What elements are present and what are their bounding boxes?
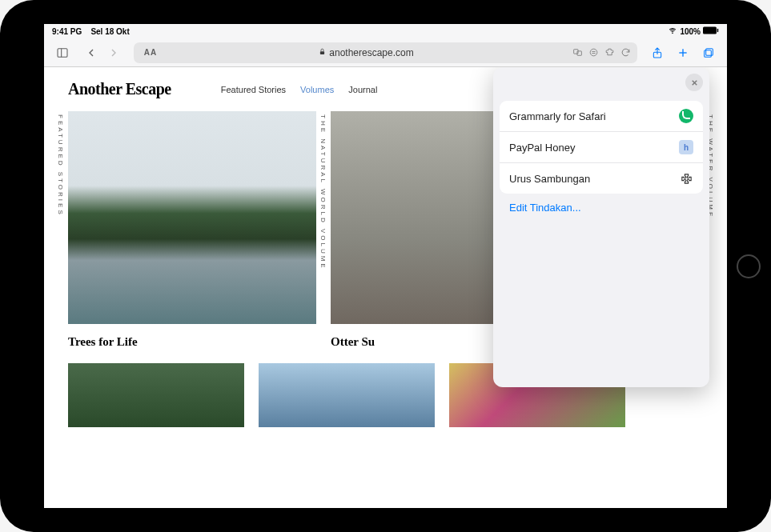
svg-rect-2 [58, 48, 67, 57]
extensions-icon[interactable] [602, 46, 616, 60]
site-brand[interactable]: Another Escape [68, 80, 171, 98]
story-title: Trees for Life [68, 335, 316, 349]
sidebar-button[interactable] [52, 42, 73, 63]
lock-icon [319, 47, 326, 58]
honey-icon: h [679, 140, 693, 154]
svg-rect-13 [706, 48, 713, 55]
address-url: anotherescape.com [329, 47, 413, 58]
svg-rect-4 [320, 51, 324, 54]
svg-point-7 [590, 49, 597, 56]
new-tab-button[interactable] [673, 42, 693, 63]
battery-percent: 100% [680, 27, 701, 36]
extension-label: Urus Sambungan [509, 173, 590, 185]
site-nav: Featured Stories Volumes Journal [221, 85, 378, 94]
status-bar: 9:41 PG Sel 18 Okt 100% [44, 24, 727, 38]
nav-item-volumes[interactable]: Volumes [300, 85, 334, 94]
extension-item-honey[interactable]: PayPal Honey h [500, 132, 703, 163]
extensions-list: Grammarly for Safari PayPal Honey h Urus… [500, 101, 703, 194]
section-label: FEATURED STORIES [57, 114, 64, 217]
extension-label: Grammarly for Safari [509, 110, 606, 122]
close-button[interactable] [685, 74, 703, 91]
home-button[interactable] [737, 254, 761, 278]
edit-actions-link[interactable]: Edit Tindakan... [500, 194, 703, 222]
reload-icon[interactable] [618, 46, 632, 60]
reader-button[interactable]: AA [139, 48, 163, 57]
reader-mode-icon[interactable] [586, 46, 600, 60]
svg-rect-0 [703, 26, 717, 34]
thumbnail[interactable] [259, 363, 435, 427]
extensions-popover: Grammarly for Safari PayPal Honey h Urus… [493, 67, 709, 387]
extension-item-manage[interactable]: Urus Sambungan [500, 163, 703, 194]
back-button[interactable] [81, 42, 102, 63]
share-button[interactable] [647, 42, 668, 63]
section-label: THE NATURAL WORLD VOLUME [319, 114, 327, 270]
nav-item-featured[interactable]: Featured Stories [221, 85, 286, 94]
grammarly-icon [679, 109, 693, 123]
status-time: 9:41 PG [52, 27, 82, 36]
thumbnail[interactable] [68, 363, 244, 427]
battery-icon [703, 26, 719, 36]
story-image [68, 111, 316, 324]
svg-rect-1 [717, 29, 719, 33]
extension-label: PayPal Honey [509, 142, 575, 154]
wifi-icon [668, 26, 677, 36]
story-card[interactable]: FEATURED STORIES Trees for Life [68, 111, 316, 349]
translate-icon[interactable] [570, 46, 584, 60]
nav-item-journal[interactable]: Journal [348, 85, 377, 94]
status-left: 9:41 PG Sel 18 Okt [52, 27, 130, 36]
forward-button[interactable] [103, 42, 124, 63]
status-date: Sel 18 Okt [90, 27, 129, 36]
extension-item-grammarly[interactable]: Grammarly for Safari [500, 101, 703, 132]
safari-toolbar: AA anotherescape.com [44, 38, 727, 67]
tabs-button[interactable] [698, 42, 719, 63]
puzzle-icon [679, 171, 693, 186]
address-bar[interactable]: AA anotherescape.com [134, 42, 637, 63]
svg-rect-14 [705, 50, 712, 57]
